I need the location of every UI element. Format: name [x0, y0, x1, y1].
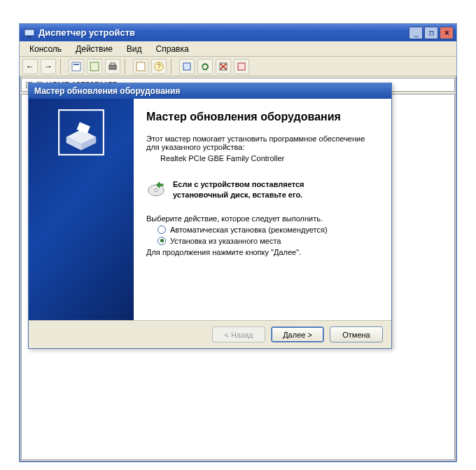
toolbar-separator: [171, 59, 175, 74]
svg-rect-0: [24, 29, 34, 36]
radio-icon-selected: [158, 237, 166, 245]
radio-auto-install[interactable]: Автоматическая установка (рекомендуется): [146, 226, 377, 234]
wizard-intro: Этот мастер помогает установить программ…: [146, 134, 377, 151]
menu-console[interactable]: Консоль: [22, 43, 69, 55]
svg-rect-5: [109, 65, 116, 69]
svg-text:?: ?: [157, 63, 161, 71]
tb-prop2-icon[interactable]: [133, 59, 148, 74]
svg-rect-1: [27, 36, 31, 38]
radio-icon: [158, 226, 166, 234]
svg-rect-2: [72, 62, 80, 71]
menu-help[interactable]: Справка: [149, 43, 196, 55]
dm-app-icon: [24, 27, 35, 39]
svg-rect-4: [90, 62, 99, 71]
menu-view[interactable]: Вид: [120, 43, 149, 55]
tb-update-icon[interactable]: [197, 59, 213, 74]
radio-manual-install[interactable]: Установка из указанного места: [146, 237, 377, 245]
wizard-titlebar[interactable]: Мастер обновления оборудования: [29, 83, 391, 99]
radio-auto-label: Автоматическая установка (рекомендуется): [170, 226, 328, 234]
svg-rect-3: [74, 64, 79, 65]
menu-action[interactable]: Действие: [69, 43, 120, 55]
svg-rect-7: [136, 62, 145, 71]
dm-title: Диспетчер устройств: [38, 27, 409, 38]
cancel-button[interactable]: Отмена: [330, 326, 383, 343]
close-button[interactable]: ×: [440, 27, 454, 39]
radio-manual-label: Установка из указанного места: [170, 237, 281, 245]
device-name: Realtek PCIe GBE Family Controller: [146, 154, 377, 163]
hardware-box-icon: [57, 109, 105, 156]
tb-disable-icon[interactable]: [234, 59, 249, 74]
wizard-art-panel: [29, 99, 134, 320]
wizard-heading: Мастер обновления оборудования: [146, 110, 377, 123]
next-button[interactable]: Далее >: [271, 326, 324, 343]
maximize-button[interactable]: □: [424, 27, 438, 39]
svg-rect-14: [238, 63, 245, 70]
svg-rect-10: [183, 63, 190, 70]
toolbar-separator: [60, 59, 64, 74]
toolbar-separator: [125, 59, 129, 74]
wizard-body: Мастер обновления оборудования Этот маст…: [134, 99, 391, 320]
dm-titlebar[interactable]: Диспетчер устройств _ □ ×: [20, 24, 456, 41]
tb-refresh-icon[interactable]: [87, 59, 102, 74]
wizard-title: Мастер обновления оборудования: [34, 86, 180, 96]
svg-point-17: [154, 189, 158, 192]
tb-help-icon[interactable]: ?: [151, 59, 167, 74]
dm-toolbar: ← → ?: [20, 57, 456, 76]
wizard-content: Мастер обновления оборудования Этот маст…: [29, 99, 391, 320]
wizard-footer: < Назад Далее > Отмена: [29, 320, 391, 348]
choose-action-label: Выберите действие, которое следует выпол…: [146, 214, 377, 223]
tb-scan-icon[interactable]: [179, 59, 195, 74]
dm-menubar: Консоль Действие Вид Справка: [20, 41, 456, 57]
minimize-button[interactable]: _: [409, 27, 423, 39]
tb-back-icon[interactable]: ←: [22, 59, 38, 74]
tb-uninstall-icon[interactable]: [216, 59, 231, 74]
svg-rect-6: [111, 63, 115, 65]
continue-note: Для продолжения нажмите кнопку "Далее".: [146, 248, 377, 256]
tb-forward-icon[interactable]: →: [41, 59, 56, 74]
back-button: < Назад: [212, 326, 265, 343]
hardware-update-wizard: Мастер обновления оборудования Мастер об…: [28, 83, 392, 349]
tb-properties-icon[interactable]: [69, 59, 84, 74]
tb-print-icon[interactable]: [105, 59, 120, 74]
cd-hint: Если с устройством поставляется установо…: [173, 179, 304, 200]
cd-icon: [146, 179, 166, 199]
